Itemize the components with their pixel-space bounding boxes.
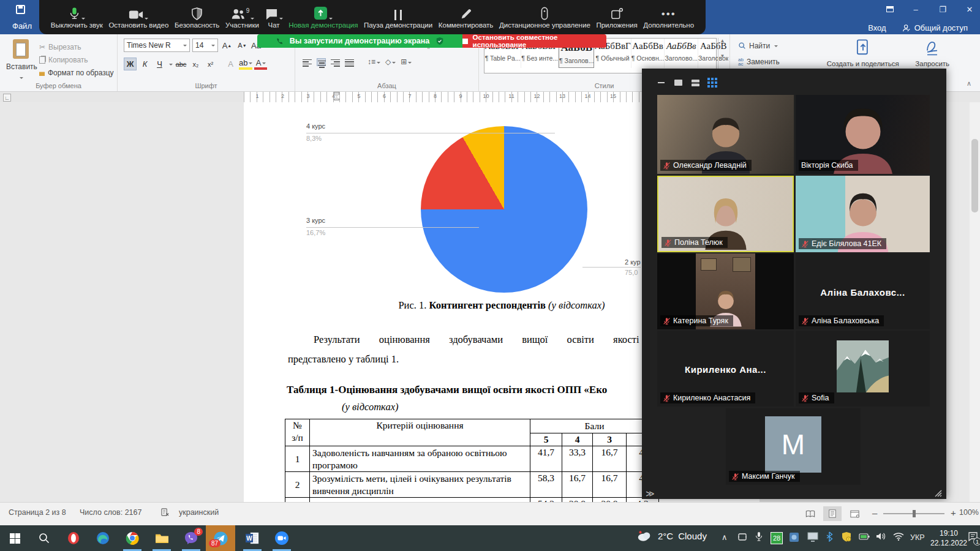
tray-language-indicator[interactable]: УКР bbox=[910, 533, 925, 542]
tray-battery-icon[interactable] bbox=[859, 531, 870, 543]
zoom-level[interactable]: 100% bbox=[959, 508, 979, 517]
web-layout-button[interactable] bbox=[845, 506, 864, 521]
italic-button[interactable]: К bbox=[138, 58, 151, 70]
panel-mini-view-button[interactable] bbox=[673, 77, 684, 88]
underline-button[interactable]: Ч bbox=[153, 58, 166, 70]
notification-center-icon[interactable]: 1 bbox=[968, 531, 978, 544]
video-tile[interactable]: Вікторія Скиба bbox=[796, 95, 930, 174]
print-layout-button[interactable] bbox=[823, 506, 842, 521]
video-tile-active-speaker[interactable]: Поліна Телюк bbox=[657, 176, 794, 252]
tab-selector[interactable]: ∟ bbox=[3, 94, 11, 102]
create-share-button[interactable]: Создать и поделиться bbox=[823, 38, 903, 67]
find-button[interactable]: Найти bbox=[738, 39, 780, 52]
mute-button[interactable]: Выключить звук bbox=[51, 6, 103, 29]
chrome-icon[interactable] bbox=[124, 530, 140, 546]
annotate-button[interactable]: Комментировать bbox=[439, 6, 494, 29]
start-button[interactable] bbox=[7, 530, 23, 546]
cut-button[interactable]: ✂Вырезать bbox=[39, 40, 114, 53]
tray-volume-icon[interactable] bbox=[876, 531, 886, 543]
borders-button[interactable]: ⊞ bbox=[401, 58, 412, 66]
vertical-scrollbar[interactable] bbox=[970, 102, 980, 502]
bold-button[interactable]: Ж bbox=[124, 58, 137, 70]
video-tile-name-only[interactable]: Кириленко Ана... Кириленко Анастасия bbox=[657, 331, 794, 407]
video-tile[interactable]: Олександр Левадній bbox=[657, 95, 794, 174]
tray-tablet-icon[interactable] bbox=[737, 532, 747, 544]
shrink-font-button[interactable]: А▼ bbox=[236, 39, 249, 52]
tray-bluetooth-icon[interactable] bbox=[826, 531, 833, 544]
minimize-button[interactable]: – bbox=[907, 4, 925, 16]
line-spacing-button[interactable]: ↕≡ bbox=[368, 58, 380, 66]
tray-calendar-badge[interactable]: 28 bbox=[771, 532, 783, 544]
align-left-button[interactable] bbox=[303, 58, 312, 66]
zoom-app-icon[interactable] bbox=[274, 530, 290, 546]
zoom-in-button[interactable]: + bbox=[951, 508, 956, 518]
word-count[interactable]: Число слов: 2167 bbox=[80, 508, 141, 517]
font-name-combobox[interactable]: Times New R bbox=[124, 39, 190, 52]
chevron-down-icon[interactable] bbox=[145, 18, 148, 21]
paste-button[interactable]: Вставить bbox=[6, 39, 36, 82]
collapse-ribbon-chevron-icon[interactable]: ∧ bbox=[967, 80, 971, 88]
panel-resize-handle[interactable] bbox=[932, 487, 942, 500]
shading-button[interactable]: ◇ bbox=[385, 58, 396, 66]
chevron-down-icon[interactable] bbox=[81, 18, 85, 21]
remote-control-button[interactable]: Дистанционное управление bbox=[499, 6, 590, 29]
more-button[interactable]: ••• Дополнительно bbox=[643, 6, 694, 29]
save-icon[interactable] bbox=[16, 5, 25, 14]
apps-button[interactable]: Приложения bbox=[596, 6, 637, 29]
video-tile[interactable]: Катерина Туряк bbox=[657, 253, 794, 329]
stop-video-button[interactable]: Остановить видео bbox=[108, 6, 168, 29]
format-painter-button[interactable]: Формат по образцу bbox=[39, 66, 114, 79]
tray-app-icon[interactable] bbox=[789, 532, 799, 544]
chevron-down-icon[interactable] bbox=[279, 18, 283, 21]
tray-display-icon[interactable] bbox=[807, 532, 818, 544]
panel-speaker-view-button[interactable] bbox=[690, 77, 701, 88]
tray-expand-chevron-icon[interactable]: ∧ bbox=[722, 533, 728, 542]
align-center-button[interactable] bbox=[317, 58, 326, 66]
tray-clock[interactable]: 19:10 22.12.2022 bbox=[930, 528, 968, 548]
stop-share-banner[interactable]: Остановить совместное использование bbox=[462, 34, 606, 48]
restore-button[interactable]: ❐ bbox=[933, 4, 952, 16]
weather-widget[interactable]: 2°C Cloudy bbox=[636, 529, 707, 542]
grow-font-button[interactable]: А▲ bbox=[221, 39, 233, 52]
panel-collapse-icon[interactable]: ≫ bbox=[646, 489, 655, 498]
tab-file[interactable]: Файл bbox=[4, 20, 40, 32]
telegram-icon[interactable]: 87 bbox=[213, 530, 228, 546]
zoom-out-button[interactable]: – bbox=[872, 508, 877, 518]
video-tile-avatar[interactable]: М Максим Ганчук bbox=[726, 408, 861, 485]
video-tile[interactable]: Едіє Білялова 41ЕК bbox=[796, 176, 930, 252]
panel-minimize-button[interactable] bbox=[655, 77, 666, 88]
viber-icon[interactable]: 8 bbox=[183, 530, 199, 546]
strikethrough-button[interactable]: abc bbox=[175, 58, 187, 70]
language-indicator[interactable]: украинский bbox=[179, 508, 219, 517]
zoom-slider[interactable] bbox=[883, 513, 944, 514]
ribbon-display-options-button[interactable] bbox=[881, 4, 899, 16]
security-button[interactable]: Безопасность bbox=[175, 6, 219, 29]
subscript-button[interactable]: x₂ bbox=[189, 58, 202, 70]
highlight-button[interactable]: ab bbox=[239, 58, 252, 70]
file-explorer-icon[interactable] bbox=[154, 530, 170, 546]
tray-defender-icon[interactable]: ! bbox=[842, 531, 851, 544]
proofing-icon[interactable] bbox=[160, 508, 170, 519]
chat-button[interactable]: Чат bbox=[265, 6, 283, 29]
tray-microphone-icon[interactable] bbox=[755, 531, 763, 544]
pause-share-button[interactable]: Пауза демонстрации bbox=[364, 6, 432, 29]
page-indicator[interactable]: Страница 2 из 8 bbox=[9, 508, 66, 517]
replace-button[interactable]: abac Заменить bbox=[738, 55, 780, 68]
opera-icon[interactable] bbox=[66, 530, 81, 546]
read-mode-button[interactable] bbox=[801, 506, 820, 521]
word-icon[interactable]: W bbox=[244, 530, 260, 546]
chevron-down-icon[interactable] bbox=[251, 18, 254, 21]
font-color-button[interactable]: А bbox=[254, 58, 267, 70]
chevron-down-icon[interactable] bbox=[329, 18, 333, 21]
search-icon[interactable] bbox=[36, 530, 52, 546]
sign-in-link[interactable]: Вход bbox=[868, 23, 886, 32]
font-size-combobox[interactable]: 14 bbox=[192, 39, 218, 52]
share-button[interactable]: Общий доступ bbox=[897, 22, 973, 34]
style-item[interactable]: АаБбВвЗаголово... bbox=[665, 39, 698, 68]
close-button[interactable]: ✕ bbox=[960, 4, 979, 16]
justify-button[interactable] bbox=[345, 58, 354, 66]
superscript-button[interactable]: x² bbox=[204, 58, 217, 70]
align-right-button[interactable] bbox=[331, 58, 340, 66]
panel-gallery-view-button[interactable] bbox=[707, 77, 718, 88]
request-signature-button[interactable]: Запросить bbox=[905, 38, 959, 67]
